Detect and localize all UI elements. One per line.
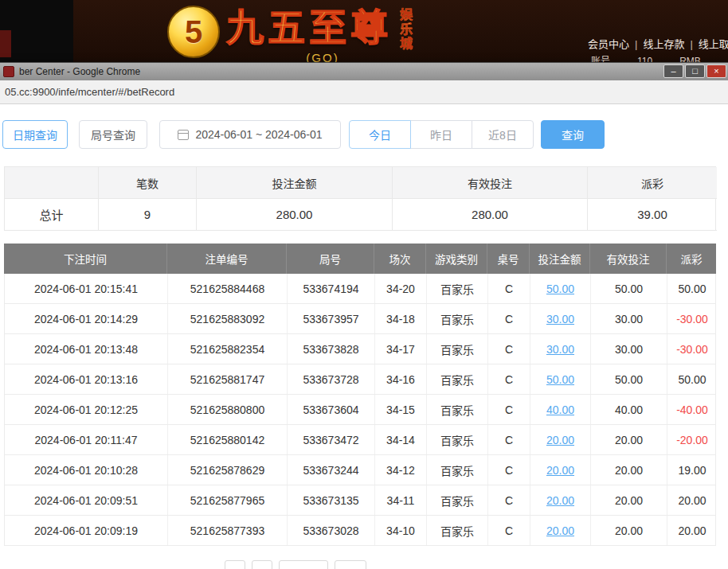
cell-order-id: 521625877393: [168, 516, 288, 545]
banner-red-strip: [0, 30, 11, 57]
cell-bet-time: 2024-06-01 20:14:29: [5, 304, 168, 333]
bet-table-body: 2024-06-01 20:15:41 521625884468 5336741…: [4, 274, 716, 546]
pagination-next-button[interactable]: [335, 560, 366, 569]
table-row: 2024-06-01 20:15:41 521625884468 5336741…: [5, 274, 715, 304]
pagination-page-button[interactable]: [252, 560, 272, 569]
window-controls: – □ ×: [662, 64, 726, 78]
search-button[interactable]: 查询: [541, 120, 605, 149]
nav-withdraw[interactable]: 线上取: [699, 38, 728, 50]
date-range-value: 2024-06-01 ~ 2024-06-01: [195, 128, 322, 141]
summary-header-row: 笔数 投注金额 有效投注 派彩: [5, 167, 715, 199]
summary-table: 笔数 投注金额 有效投注 派彩 总计 9 280.00 280.00 39.00: [4, 166, 716, 231]
cell-game-type: 百家乐: [427, 485, 488, 515]
page-favicon-icon: [3, 66, 14, 77]
cell-bet-time: 2024-06-01 20:12:25: [5, 395, 168, 424]
cell-round-id: 533673472: [288, 425, 375, 454]
cell-valid-bet: 30.00: [591, 334, 667, 364]
window-titlebar[interactable]: ber Center - Google Chrome – □ ×: [0, 63, 728, 80]
cell-payout: 50.00: [667, 274, 717, 303]
round-query-tab[interactable]: 局号查询: [79, 120, 147, 149]
cell-valid-bet: 40.00: [591, 395, 667, 424]
cell-valid-bet: 20.00: [591, 455, 667, 485]
cell-bet-amount-link[interactable]: 30.00: [530, 304, 591, 333]
header-game-type: 游戏类别: [426, 244, 487, 274]
table-header-row: 下注时间 注单编号 局号 场次 游戏类别 桌号 投注金额 有效投注 派彩: [4, 244, 716, 274]
cell-payout: -30.00: [667, 334, 717, 364]
cell-bet-time: 2024-06-01 20:09:51: [5, 485, 168, 515]
cell-payout: 19.00: [667, 455, 717, 485]
cell-round-id: 533674194: [288, 274, 375, 303]
summary-total-valid: 280.00: [393, 199, 588, 231]
cell-bet-amount-link[interactable]: 20.00: [530, 516, 591, 545]
cell-order-id: 521625883092: [168, 304, 288, 333]
header-round-id: 局号: [287, 244, 374, 274]
window-title: ber Center - Google Chrome: [19, 66, 140, 77]
table-row: 2024-06-01 20:13:16 521625881747 5336737…: [5, 364, 715, 395]
pagination-size-select[interactable]: [279, 560, 328, 569]
table-row: 2024-06-01 20:09:51 521625877965 5336731…: [5, 485, 715, 516]
cell-bet-amount-link[interactable]: 50.00: [530, 274, 591, 303]
cell-game-type: 百家乐: [427, 274, 488, 303]
cell-game-type: 百家乐: [427, 455, 488, 485]
filter-bar: 日期查询 局号查询 2024-06-01 ~ 2024-06-01 今日 昨日 …: [2, 120, 728, 149]
close-button[interactable]: ×: [706, 64, 726, 78]
bet-record-page: 日期查询 局号查询 2024-06-01 ~ 2024-06-01 今日 昨日 …: [0, 104, 728, 569]
table-row: 2024-06-01 20:10:28 521625878629 5336732…: [5, 455, 715, 485]
cell-session: 34-15: [375, 395, 427, 424]
cell-bet-amount-link[interactable]: 20.00: [530, 485, 591, 515]
yesterday-button[interactable]: 昨日: [410, 120, 472, 149]
cell-payout: -30.00: [667, 304, 717, 333]
table-row: 2024-06-01 20:11:47 521625880142 5336734…: [5, 425, 715, 455]
summary-header-payout: 派彩: [588, 167, 717, 199]
maximize-button[interactable]: □: [685, 64, 705, 78]
cell-game-type: 百家乐: [427, 425, 488, 454]
header-table-no: 桌号: [487, 244, 530, 274]
cell-bet-time: 2024-06-01 20:13:16: [5, 364, 168, 394]
minimize-button[interactable]: –: [663, 64, 683, 78]
summary-header-blank: [5, 167, 99, 199]
pagination-prev-button[interactable]: [225, 560, 245, 569]
cell-table-no: C: [488, 516, 530, 545]
cell-table-no: C: [488, 455, 530, 485]
quick-range-group: 今日 昨日 近8日: [349, 120, 534, 149]
cell-payout: 50.00: [667, 364, 717, 394]
cell-session: 34-12: [375, 455, 427, 485]
browser-window: ber Center - Google Chrome – □ × 05.cc:9…: [0, 62, 728, 569]
last-8-days-button[interactable]: 近8日: [472, 120, 534, 149]
banner-nav: 会员中心|线上存款|线上取: [588, 36, 728, 51]
cell-session: 34-10: [375, 516, 427, 545]
cell-round-id: 533673728: [288, 364, 375, 394]
cell-bet-amount-link[interactable]: 30.00: [530, 334, 591, 364]
cell-bet-amount-link[interactable]: 50.00: [530, 364, 591, 394]
cell-order-id: 521625881747: [168, 364, 288, 394]
nav-deposit[interactable]: 线上存款: [643, 38, 684, 50]
nav-separator: |: [690, 38, 692, 50]
cell-session: 34-14: [375, 425, 427, 454]
site-title: 九五至尊: [226, 2, 392, 54]
nav-member-center[interactable]: 会员中心: [588, 38, 629, 50]
calendar-icon: [178, 130, 189, 140]
address-bar[interactable]: 05.cc:9900/infe/mcenter/#/betRecord: [0, 80, 728, 104]
today-button[interactable]: 今日: [349, 120, 411, 149]
cell-table-no: C: [488, 274, 530, 303]
cell-table-no: C: [488, 395, 530, 424]
nav-separator: |: [635, 38, 637, 50]
cell-order-id: 521625878629: [168, 455, 288, 485]
summary-header-valid: 有效投注: [393, 167, 588, 199]
cell-bet-time: 2024-06-01 20:15:41: [5, 274, 168, 303]
header-order-id: 注单编号: [167, 244, 287, 274]
cell-order-id: 521625880800: [168, 395, 288, 424]
url-text: 05.cc:9900/infe/mcenter/#/betRecord: [5, 86, 174, 98]
table-row: 2024-06-01 20:12:25 521625880800 5336736…: [5, 395, 715, 425]
date-query-tab[interactable]: 日期查询: [2, 120, 68, 149]
cell-table-no: C: [488, 304, 530, 333]
summary-header-count: 笔数: [99, 167, 197, 199]
date-range-picker[interactable]: 2024-06-01 ~ 2024-06-01: [159, 120, 341, 149]
cell-payout: -20.00: [667, 425, 717, 454]
cell-bet-amount-link[interactable]: 20.00: [530, 425, 591, 454]
cell-bet-amount-link[interactable]: 20.00: [530, 455, 591, 485]
header-valid-bet: 有效投注: [590, 244, 667, 274]
cell-order-id: 521625880142: [168, 425, 288, 454]
pagination: [225, 560, 728, 569]
cell-bet-amount-link[interactable]: 40.00: [530, 395, 591, 424]
